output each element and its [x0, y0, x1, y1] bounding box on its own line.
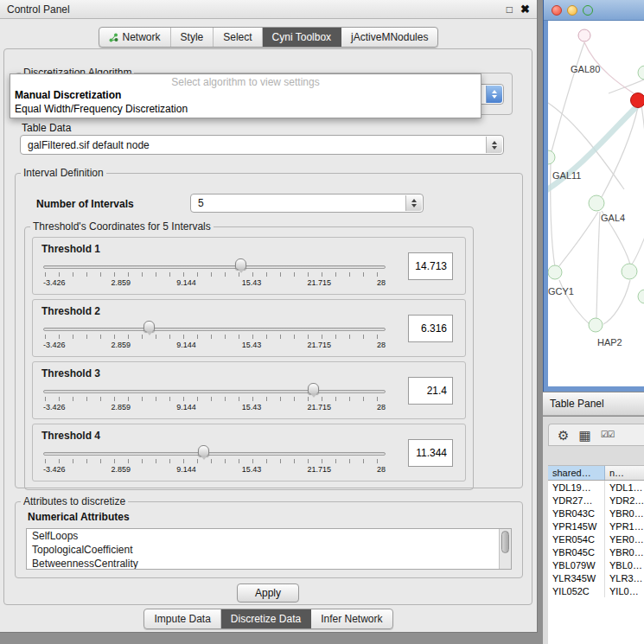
scale-label: 2.859	[112, 341, 131, 349]
table-row[interactable]: YIL052CYIL0…	[548, 584, 644, 597]
table-row[interactable]: YBR045CYBR0…	[548, 545, 644, 558]
numerical-attributes-list[interactable]: SelfLoops TopologicalCoefficient Between…	[26, 528, 512, 570]
slider-thumb[interactable]	[308, 383, 319, 394]
column-header-name[interactable]: n…	[605, 466, 644, 480]
number-of-intervals-combobox[interactable]: 5	[190, 194, 424, 213]
threshold-value-field[interactable]	[408, 439, 453, 467]
network-node-selected[interactable]	[631, 93, 644, 108]
table-row[interactable]: YPR145WYPR1…	[548, 520, 644, 532]
cell-name[interactable]: YBR0…	[605, 507, 644, 520]
apply-button[interactable]: Apply	[237, 583, 299, 603]
cell-name[interactable]: YDL1…	[605, 481, 644, 494]
tab-style[interactable]: Style	[171, 28, 214, 47]
cell-shared-name[interactable]: YPR145W	[548, 520, 605, 532]
tab-label: Discretize Data	[231, 613, 301, 625]
network-node[interactable]	[578, 29, 590, 41]
combo-stepper-icon[interactable]	[405, 195, 422, 211]
cell-shared-name[interactable]: YIL052C	[548, 584, 605, 597]
cell-shared-name[interactable]: YBL079W	[548, 558, 605, 571]
network-node[interactable]	[622, 264, 637, 279]
threshold-slider[interactable]: -3.426 2.859 9.144 15.43 21.715 28	[43, 384, 386, 415]
threshold-slider[interactable]: -3.426 2.859 9.144 15.43 21.715 28	[43, 322, 386, 353]
slider-scale: -3.426 2.859 9.144 15.43 21.715 28	[43, 465, 386, 474]
slider-thumb[interactable]	[235, 258, 246, 270]
network-node[interactable]	[548, 150, 555, 164]
table-row[interactable]: YLR345WYLR3…	[548, 571, 644, 584]
number-of-intervals-value: 5	[198, 197, 423, 209]
cell-shared-name[interactable]: YER054C	[548, 532, 605, 545]
tab-jactivemnodules[interactable]: jActiveMNodules	[341, 28, 437, 47]
interval-definition-title: Interval Definition	[21, 167, 106, 179]
tab-infer-network[interactable]: Infer Network	[311, 609, 392, 628]
threshold-label: Threshold 1	[41, 243, 465, 255]
tab-label: Network	[123, 31, 161, 43]
column-header-shared-name[interactable]: shared…	[548, 466, 605, 480]
cell-name[interactable]: YER0…	[605, 532, 644, 545]
network-node[interactable]	[548, 265, 562, 279]
slider-track[interactable]	[43, 390, 386, 393]
threshold-value-field[interactable]	[408, 377, 453, 405]
select-columns-icon[interactable]: ☑☑	[601, 430, 615, 439]
close-window-icon[interactable]: ✖	[520, 3, 530, 15]
cell-shared-name[interactable]: YDL19…	[548, 481, 605, 494]
cell-name[interactable]: YBL0…	[605, 558, 644, 571]
float-window-icon[interactable]: □	[507, 4, 513, 15]
thresholds-group-title: Threshold's Coordinates for 5 Intervals	[30, 220, 214, 233]
zoom-traffic-light-icon[interactable]	[583, 5, 593, 16]
combo-stepper-icon[interactable]	[486, 86, 502, 103]
node-label-hap2: HAP2	[597, 337, 622, 348]
threshold-value-field[interactable]	[408, 315, 453, 342]
tab-network[interactable]: Network	[99, 28, 171, 47]
table-row[interactable]: YDL19…YDL1…	[548, 481, 644, 494]
columns-icon[interactable]: ▦	[578, 429, 590, 442]
cell-shared-name[interactable]: YBR043C	[548, 507, 605, 520]
threshold-slider[interactable]: -3.426 2.859 9.144 15.43 21.715 28	[43, 446, 386, 477]
scrollbar-thumb[interactable]	[501, 531, 509, 553]
cell-name[interactable]: YBR0…	[605, 545, 644, 558]
network-canvas[interactable]: GAL80 GAL11 GAL4 GCY1 HAP2	[548, 21, 644, 386]
network-node[interactable]	[638, 66, 644, 80]
cell-name[interactable]: YPR1…	[605, 520, 644, 532]
combo-stepper-icon[interactable]	[486, 137, 502, 153]
dropdown-option-equal-width[interactable]: Equal Width/Frequency Discretization	[10, 102, 481, 116]
table-row[interactable]: YDR27…YDR2…	[548, 494, 644, 507]
cell-name[interactable]: YIL0…	[605, 584, 644, 597]
table-row[interactable]: YBR043CYBR0…	[548, 507, 644, 520]
threshold-slider[interactable]: -3.426 2.859 9.144 15.43 21.715 28	[43, 259, 386, 290]
tab-cyni-toolbox[interactable]: Cyni Toolbox	[263, 28, 341, 47]
cell-name[interactable]: YLR3…	[605, 571, 644, 584]
slider-thumb[interactable]	[143, 321, 155, 332]
table-row[interactable]: YER054CYER0…	[548, 532, 644, 545]
slider-track[interactable]	[43, 265, 386, 269]
network-node[interactable]	[589, 195, 604, 211]
slider-thumb[interactable]	[198, 445, 209, 456]
cell-name[interactable]: YDR2…	[605, 494, 644, 507]
interval-definition-group: Interval Definition Number of Intervals …	[15, 167, 523, 488]
cell-shared-name[interactable]: YBR045C	[548, 545, 605, 558]
tab-select[interactable]: Select	[214, 28, 262, 47]
gear-icon[interactable]: ⚙	[558, 429, 569, 442]
cell-shared-name[interactable]: YLR345W	[548, 571, 605, 584]
table-row[interactable]: YBL079WYBL0…	[548, 558, 644, 571]
list-scrollbar[interactable]	[499, 529, 511, 569]
list-item[interactable]: BetweennessCentrality	[27, 557, 511, 570]
table-panel: ⚙ ▦ ☑☑ shared… n… YDL19…YDL1… YDR27…YDR2…	[543, 417, 644, 644]
tab-impute-data[interactable]: Impute Data	[144, 609, 220, 628]
minimize-traffic-light-icon[interactable]	[567, 5, 577, 16]
cell-shared-name[interactable]: YDR27…	[548, 494, 605, 507]
tab-discretize-data[interactable]: Discretize Data	[221, 609, 311, 628]
close-traffic-light-icon[interactable]	[552, 5, 562, 16]
network-node[interactable]	[638, 290, 644, 303]
table-toolbar: ⚙ ▦ ☑☑	[548, 424, 644, 446]
scale-label: 21.715	[307, 465, 331, 474]
network-node[interactable]	[589, 318, 603, 332]
slider-track[interactable]	[43, 452, 386, 456]
dropdown-option-manual-discretization[interactable]: Manual Discretization	[10, 88, 481, 102]
scale-label: 2.859	[112, 278, 131, 287]
list-item[interactable]: TopologicalCoefficient	[27, 543, 511, 557]
table-data-combobox[interactable]: galFiltered.sif default node	[20, 135, 504, 155]
threshold-value-field[interactable]	[408, 252, 453, 280]
list-item[interactable]: SelfLoops	[27, 529, 511, 543]
slider-track[interactable]	[43, 328, 386, 331]
dropdown-placeholder: Select algorithm to view settings	[10, 74, 481, 88]
